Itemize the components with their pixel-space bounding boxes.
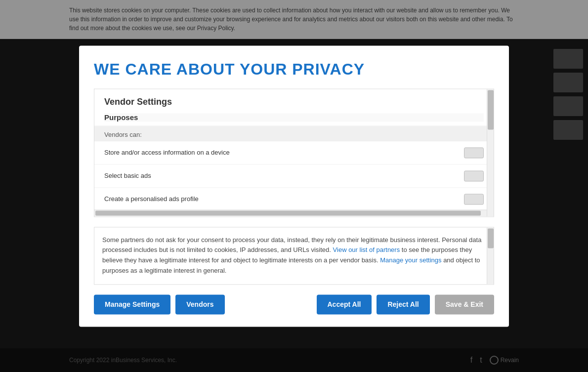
scrollbar-thumb-vertical[interactable] [488,90,494,129]
toggle-label-3: Create a personalised ads profile [104,195,199,203]
save-exit-button[interactable]: Save & Exit [435,294,494,314]
toggle-switch-3[interactable] [464,194,484,205]
vendor-settings-header: Vendor Settings Purposes [94,89,494,126]
vendors-button[interactable]: Vendors [175,294,224,314]
manage-settings-button[interactable]: Manage Settings [94,294,170,314]
vendor-scroll-area[interactable]: Vendor Settings Purposes Vendors can: St… [94,88,494,217]
reject-all-button[interactable]: Reject All [377,294,429,314]
view-partners-link[interactable]: View our list of partners [333,247,400,254]
info-scrollbar[interactable] [487,227,494,284]
purposes-label: Purposes [104,113,484,122]
btn-group-right: Accept All Reject All Save & Exit [317,294,495,314]
modal-title: WE CARE ABOUT YOUR PRIVACY [94,60,494,79]
vertical-scrollbar[interactable] [487,89,494,216]
toggle-row-1: Store and/or access information on a dev… [94,141,494,165]
horizontal-scrollbar[interactable] [94,209,487,216]
vendors-can-label: Vendors can: [94,126,494,141]
scrollbar-thumb-horizontal[interactable] [95,210,481,215]
vendor-scroll-inner[interactable]: Vendor Settings Purposes Vendors can: St… [94,89,494,209]
info-scrollbar-thumb[interactable] [488,228,494,248]
toggle-row-3: Create a personalised ads profile [94,188,494,209]
toggle-label-1: Store and/or access information on a dev… [104,149,230,156]
toggle-row-2: Select basic ads [94,165,494,188]
privacy-modal: WE CARE ABOUT YOUR PRIVACY Vendor Settin… [79,45,509,327]
info-area: Some partners do not ask for your consen… [94,227,494,285]
accept-all-button[interactable]: Accept All [317,294,372,314]
manage-settings-link[interactable]: Manage your settings [380,257,441,264]
modal-footer: Manage Settings Vendors Accept All Rejec… [94,294,494,314]
vendor-settings-title: Vendor Settings [104,97,484,107]
btn-group-left: Manage Settings Vendors [94,294,225,314]
toggle-switch-1[interactable] [464,147,484,158]
toggle-label-2: Select basic ads [104,172,151,179]
toggle-switch-2[interactable] [464,170,484,181]
